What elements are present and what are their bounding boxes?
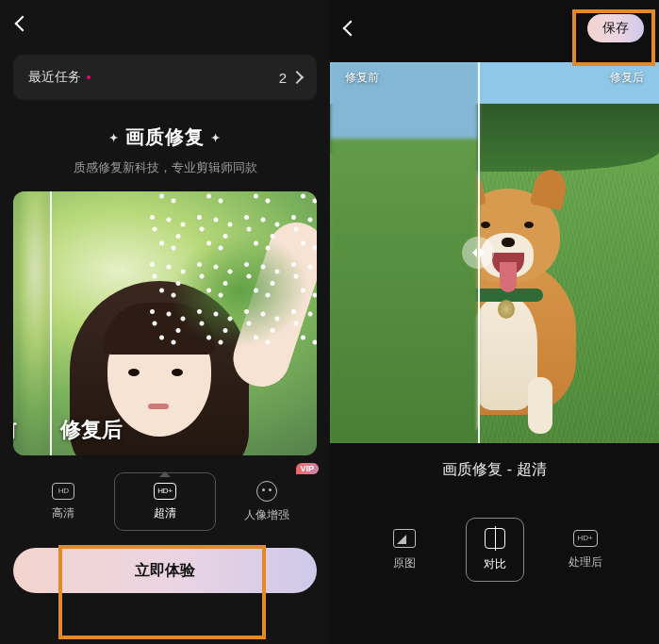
compare-icon	[485, 528, 505, 549]
recent-tasks-row[interactable]: 最近任务 2	[13, 55, 317, 100]
hd-icon: HD	[52, 483, 74, 500]
result-image[interactable]: 修复前 修复后	[330, 62, 659, 443]
sparkle-right-icon: ✦	[211, 132, 221, 143]
sparkle-left-icon: ✦	[109, 132, 119, 143]
preview-before-label: 前	[13, 416, 17, 444]
back-icon[interactable]	[343, 21, 359, 37]
view-original-button[interactable]: 原图	[375, 518, 434, 582]
vip-badge: VIP	[296, 463, 320, 474]
page-subtitle: 质感修复新科技，专业剪辑师同款	[0, 159, 330, 176]
mode-portrait-label: 人像增强	[244, 507, 289, 523]
result-caption: 画质修复 - 超清	[330, 460, 659, 480]
mode-hd-button[interactable]: HD 高清	[13, 472, 114, 531]
picture-icon	[393, 529, 416, 548]
save-button[interactable]: 保存	[587, 14, 644, 42]
mode-hd-label: 高清	[52, 505, 74, 521]
page-title: ✦ 画质修复 ✦	[0, 124, 330, 150]
view-processed-button[interactable]: HD+ 处理后	[556, 518, 615, 582]
back-icon[interactable]	[15, 16, 31, 32]
hdplus-icon: HD+	[573, 530, 598, 547]
recent-tasks-label: 最近任务	[28, 69, 81, 86]
mode-hdplus-button[interactable]: HD+ 超清	[114, 472, 217, 531]
try-now-button[interactable]: 立即体验	[13, 548, 317, 593]
hdplus-icon: HD+	[154, 483, 176, 500]
mode-hdplus-label: 超清	[154, 505, 176, 521]
chevron-right-icon	[290, 71, 304, 84]
recent-tasks-count: 2	[279, 70, 287, 86]
notification-dot-icon	[87, 75, 91, 79]
result-after-label: 修复后	[610, 70, 644, 86]
view-compare-button[interactable]: 对比	[466, 518, 524, 582]
view-processed-label: 处理后	[568, 554, 602, 570]
mode-portrait-button[interactable]: VIP 人像增强	[216, 472, 317, 531]
view-original-label: 原图	[393, 555, 416, 571]
face-enhance-icon	[256, 481, 277, 502]
preview-image: 前 修复后	[13, 191, 317, 455]
view-compare-label: 对比	[484, 556, 506, 572]
preview-after-label: 修复后	[60, 416, 123, 444]
result-before-label: 修复前	[345, 70, 379, 86]
compare-slider-handle[interactable]	[462, 237, 494, 269]
compare-divider-icon	[50, 191, 52, 455]
